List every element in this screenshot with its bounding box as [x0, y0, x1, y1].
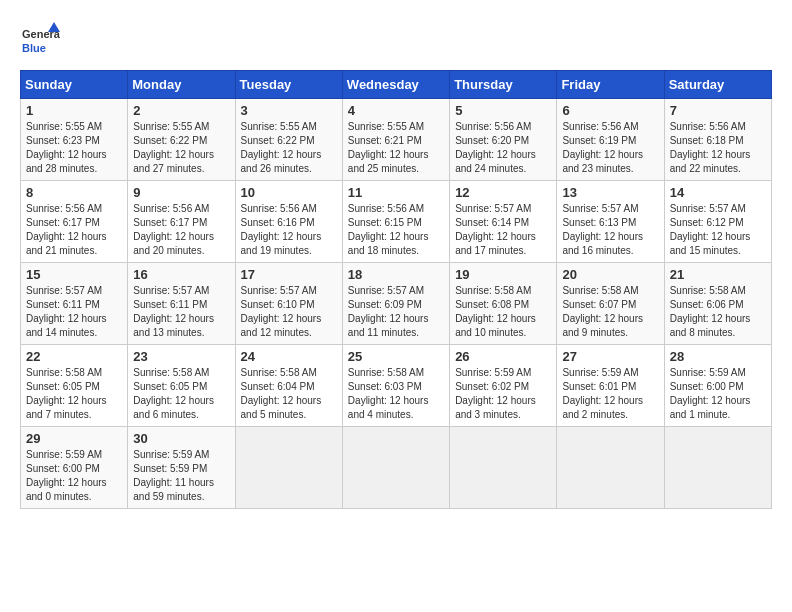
day-info: Sunrise: 5:56 AM Sunset: 6:17 PM Dayligh…: [133, 202, 229, 258]
calendar-cell: 25Sunrise: 5:58 AM Sunset: 6:03 PM Dayli…: [342, 345, 449, 427]
day-number: 9: [133, 185, 229, 200]
day-number: 11: [348, 185, 444, 200]
calendar-cell: 23Sunrise: 5:58 AM Sunset: 6:05 PM Dayli…: [128, 345, 235, 427]
calendar-cell: 22Sunrise: 5:58 AM Sunset: 6:05 PM Dayli…: [21, 345, 128, 427]
header-tuesday: Tuesday: [235, 71, 342, 99]
day-info: Sunrise: 5:58 AM Sunset: 6:06 PM Dayligh…: [670, 284, 766, 340]
calendar-cell: 15Sunrise: 5:57 AM Sunset: 6:11 PM Dayli…: [21, 263, 128, 345]
day-info: Sunrise: 5:57 AM Sunset: 6:14 PM Dayligh…: [455, 202, 551, 258]
day-info: Sunrise: 5:56 AM Sunset: 6:20 PM Dayligh…: [455, 120, 551, 176]
day-number: 7: [670, 103, 766, 118]
day-number: 19: [455, 267, 551, 282]
calendar-week-row: 15Sunrise: 5:57 AM Sunset: 6:11 PM Dayli…: [21, 263, 772, 345]
day-number: 6: [562, 103, 658, 118]
day-number: 5: [455, 103, 551, 118]
calendar-cell: 6Sunrise: 5:56 AM Sunset: 6:19 PM Daylig…: [557, 99, 664, 181]
calendar-cell: [342, 427, 449, 509]
calendar-table: SundayMondayTuesdayWednesdayThursdayFrid…: [20, 70, 772, 509]
day-number: 27: [562, 349, 658, 364]
calendar-cell: [450, 427, 557, 509]
day-info: Sunrise: 5:57 AM Sunset: 6:13 PM Dayligh…: [562, 202, 658, 258]
day-info: Sunrise: 5:58 AM Sunset: 6:08 PM Dayligh…: [455, 284, 551, 340]
svg-text:Blue: Blue: [22, 42, 46, 54]
day-info: Sunrise: 5:56 AM Sunset: 6:16 PM Dayligh…: [241, 202, 337, 258]
day-number: 30: [133, 431, 229, 446]
day-number: 24: [241, 349, 337, 364]
calendar-cell: [557, 427, 664, 509]
header: General Blue: [20, 20, 772, 60]
day-info: Sunrise: 5:55 AM Sunset: 6:21 PM Dayligh…: [348, 120, 444, 176]
header-thursday: Thursday: [450, 71, 557, 99]
day-number: 21: [670, 267, 766, 282]
day-number: 28: [670, 349, 766, 364]
day-info: Sunrise: 5:58 AM Sunset: 6:04 PM Dayligh…: [241, 366, 337, 422]
calendar-header-row: SundayMondayTuesdayWednesdayThursdayFrid…: [21, 71, 772, 99]
calendar-cell: 5Sunrise: 5:56 AM Sunset: 6:20 PM Daylig…: [450, 99, 557, 181]
day-info: Sunrise: 5:59 AM Sunset: 6:00 PM Dayligh…: [670, 366, 766, 422]
day-number: 12: [455, 185, 551, 200]
calendar-cell: 2Sunrise: 5:55 AM Sunset: 6:22 PM Daylig…: [128, 99, 235, 181]
day-number: 25: [348, 349, 444, 364]
calendar-cell: 8Sunrise: 5:56 AM Sunset: 6:17 PM Daylig…: [21, 181, 128, 263]
calendar-cell: 7Sunrise: 5:56 AM Sunset: 6:18 PM Daylig…: [664, 99, 771, 181]
calendar-week-row: 1Sunrise: 5:55 AM Sunset: 6:23 PM Daylig…: [21, 99, 772, 181]
calendar-cell: 19Sunrise: 5:58 AM Sunset: 6:08 PM Dayli…: [450, 263, 557, 345]
day-number: 4: [348, 103, 444, 118]
day-info: Sunrise: 5:59 AM Sunset: 6:00 PM Dayligh…: [26, 448, 122, 504]
calendar-cell: 30Sunrise: 5:59 AM Sunset: 5:59 PM Dayli…: [128, 427, 235, 509]
svg-marker-2: [48, 22, 60, 32]
calendar-cell: 20Sunrise: 5:58 AM Sunset: 6:07 PM Dayli…: [557, 263, 664, 345]
calendar-cell: 17Sunrise: 5:57 AM Sunset: 6:10 PM Dayli…: [235, 263, 342, 345]
day-info: Sunrise: 5:59 AM Sunset: 6:01 PM Dayligh…: [562, 366, 658, 422]
day-number: 1: [26, 103, 122, 118]
day-info: Sunrise: 5:55 AM Sunset: 6:22 PM Dayligh…: [241, 120, 337, 176]
calendar-week-row: 8Sunrise: 5:56 AM Sunset: 6:17 PM Daylig…: [21, 181, 772, 263]
day-info: Sunrise: 5:56 AM Sunset: 6:15 PM Dayligh…: [348, 202, 444, 258]
calendar-cell: 29Sunrise: 5:59 AM Sunset: 6:00 PM Dayli…: [21, 427, 128, 509]
day-info: Sunrise: 5:58 AM Sunset: 6:05 PM Dayligh…: [26, 366, 122, 422]
day-info: Sunrise: 5:56 AM Sunset: 6:19 PM Dayligh…: [562, 120, 658, 176]
calendar-cell: 18Sunrise: 5:57 AM Sunset: 6:09 PM Dayli…: [342, 263, 449, 345]
day-info: Sunrise: 5:57 AM Sunset: 6:12 PM Dayligh…: [670, 202, 766, 258]
header-sunday: Sunday: [21, 71, 128, 99]
calendar-cell: 4Sunrise: 5:55 AM Sunset: 6:21 PM Daylig…: [342, 99, 449, 181]
day-info: Sunrise: 5:58 AM Sunset: 6:07 PM Dayligh…: [562, 284, 658, 340]
day-info: Sunrise: 5:57 AM Sunset: 6:09 PM Dayligh…: [348, 284, 444, 340]
calendar-cell: [664, 427, 771, 509]
calendar-cell: [235, 427, 342, 509]
calendar-cell: 13Sunrise: 5:57 AM Sunset: 6:13 PM Dayli…: [557, 181, 664, 263]
logo-icon: General Blue: [20, 20, 60, 60]
calendar-cell: 9Sunrise: 5:56 AM Sunset: 6:17 PM Daylig…: [128, 181, 235, 263]
calendar-cell: 21Sunrise: 5:58 AM Sunset: 6:06 PM Dayli…: [664, 263, 771, 345]
day-number: 18: [348, 267, 444, 282]
day-number: 16: [133, 267, 229, 282]
day-number: 29: [26, 431, 122, 446]
calendar-cell: 1Sunrise: 5:55 AM Sunset: 6:23 PM Daylig…: [21, 99, 128, 181]
day-number: 10: [241, 185, 337, 200]
day-info: Sunrise: 5:55 AM Sunset: 6:23 PM Dayligh…: [26, 120, 122, 176]
header-wednesday: Wednesday: [342, 71, 449, 99]
calendar-cell: 11Sunrise: 5:56 AM Sunset: 6:15 PM Dayli…: [342, 181, 449, 263]
day-info: Sunrise: 5:59 AM Sunset: 5:59 PM Dayligh…: [133, 448, 229, 504]
day-number: 13: [562, 185, 658, 200]
calendar-cell: 10Sunrise: 5:56 AM Sunset: 6:16 PM Dayli…: [235, 181, 342, 263]
calendar-week-row: 29Sunrise: 5:59 AM Sunset: 6:00 PM Dayli…: [21, 427, 772, 509]
day-number: 3: [241, 103, 337, 118]
calendar-cell: 12Sunrise: 5:57 AM Sunset: 6:14 PM Dayli…: [450, 181, 557, 263]
calendar-cell: 3Sunrise: 5:55 AM Sunset: 6:22 PM Daylig…: [235, 99, 342, 181]
day-info: Sunrise: 5:58 AM Sunset: 6:03 PM Dayligh…: [348, 366, 444, 422]
day-info: Sunrise: 5:57 AM Sunset: 6:11 PM Dayligh…: [26, 284, 122, 340]
day-number: 26: [455, 349, 551, 364]
day-info: Sunrise: 5:56 AM Sunset: 6:17 PM Dayligh…: [26, 202, 122, 258]
header-friday: Friday: [557, 71, 664, 99]
day-number: 8: [26, 185, 122, 200]
logo: General Blue: [20, 20, 66, 60]
day-number: 14: [670, 185, 766, 200]
day-number: 15: [26, 267, 122, 282]
day-number: 20: [562, 267, 658, 282]
day-number: 23: [133, 349, 229, 364]
day-info: Sunrise: 5:58 AM Sunset: 6:05 PM Dayligh…: [133, 366, 229, 422]
calendar-cell: 24Sunrise: 5:58 AM Sunset: 6:04 PM Dayli…: [235, 345, 342, 427]
day-info: Sunrise: 5:56 AM Sunset: 6:18 PM Dayligh…: [670, 120, 766, 176]
calendar-cell: 28Sunrise: 5:59 AM Sunset: 6:00 PM Dayli…: [664, 345, 771, 427]
